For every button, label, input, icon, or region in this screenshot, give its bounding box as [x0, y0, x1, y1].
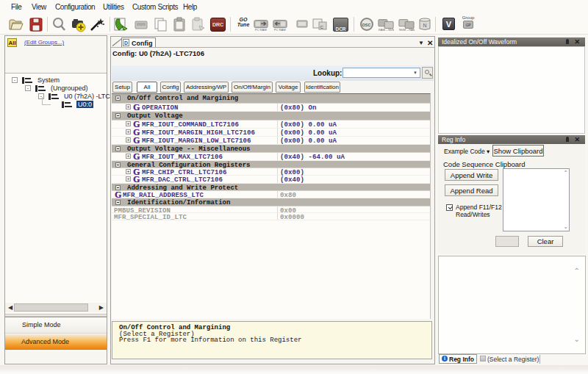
- svg-text:NVM→RAM: NVM→RAM: [399, 28, 415, 32]
- svg-text:PC RAM: PC RAM: [274, 28, 287, 32]
- svg-text:RAM→NVM: RAM→NVM: [379, 28, 394, 32]
- svg-text:OSC: OSC: [362, 23, 371, 27]
- svg-text:N: N: [423, 23, 427, 28]
- svg-text:PC RAM: PC RAM: [255, 28, 268, 32]
- svg-text:C: C: [320, 25, 324, 29]
